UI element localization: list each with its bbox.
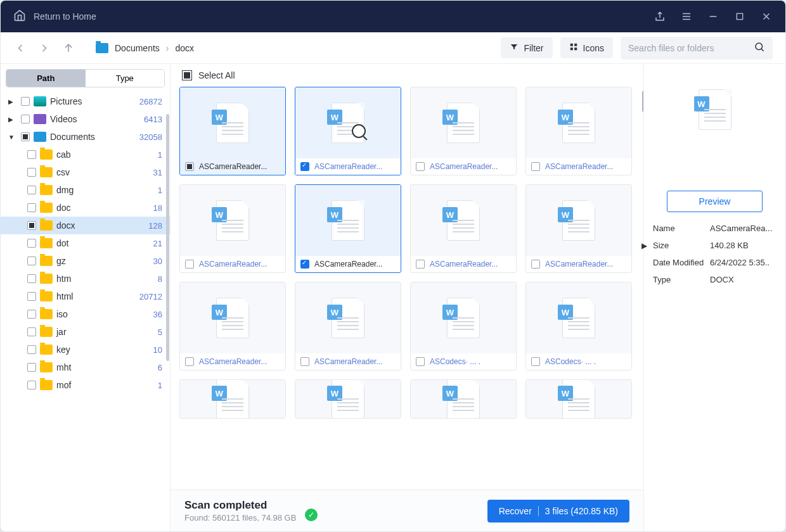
- file-card[interactable]: WASCameraReader...: [410, 184, 517, 273]
- tree-folder-cab[interactable]: cab1: [1, 146, 170, 163]
- folder-icon: [40, 362, 53, 372]
- tree-category-documents[interactable]: ▼ Documents 32058: [1, 128, 170, 146]
- tree-folder-csv[interactable]: csv31: [1, 163, 170, 181]
- file-card[interactable]: WASCameraReader...: [295, 282, 401, 370]
- file-name: ASCameraReader...: [430, 162, 511, 171]
- file-card-footer: ASCameraReader...: [295, 256, 401, 272]
- return-home[interactable]: Return to Home: [13, 9, 96, 24]
- checkbox-mixed[interactable]: [21, 132, 30, 141]
- folder-icon: [96, 43, 108, 53]
- file-thumbnail: W: [180, 87, 285, 158]
- breadcrumb-root[interactable]: Documents: [115, 43, 160, 53]
- tree-category-pictures[interactable]: ▶ Pictures 26872: [1, 92, 170, 110]
- file-checkbox[interactable]: [300, 162, 309, 171]
- back-button[interactable]: [13, 41, 27, 55]
- checkbox[interactable]: [21, 97, 30, 106]
- tree-folder-htm[interactable]: htm8: [1, 270, 170, 288]
- tree-folder-docx[interactable]: docx128: [1, 217, 170, 234]
- file-card[interactable]: WASCameraReader...: [410, 87, 517, 175]
- checkbox[interactable]: [27, 274, 36, 283]
- file-checkbox[interactable]: [531, 162, 540, 171]
- file-checkbox[interactable]: [416, 260, 425, 269]
- file-card[interactable]: WASCameraReader...: [295, 184, 401, 273]
- file-card[interactable]: WASCameraReader...: [525, 184, 632, 273]
- file-checkbox[interactable]: [185, 357, 194, 366]
- tree-folder-gz[interactable]: gz30: [1, 252, 170, 270]
- file-name: ASCodecs· ... .: [545, 357, 626, 366]
- folder-icon: [40, 274, 53, 284]
- checkbox[interactable]: [27, 256, 36, 265]
- file-checkbox[interactable]: [300, 260, 309, 269]
- checkbox[interactable]: [27, 292, 36, 301]
- tree-folder-dot[interactable]: dot21: [1, 234, 170, 252]
- filter-button[interactable]: Filter: [501, 37, 552, 58]
- file-card[interactable]: WASCodecs· ... .: [410, 282, 517, 370]
- tree-category-videos[interactable]: ▶ Videos 6413: [1, 110, 170, 128]
- checkbox[interactable]: [27, 345, 36, 354]
- checkbox[interactable]: [27, 221, 36, 230]
- tree-folder-mht[interactable]: mht6: [1, 358, 170, 376]
- file-checkbox[interactable]: [416, 162, 425, 171]
- checkbox[interactable]: [27, 327, 36, 336]
- collapse-icon[interactable]: ▶: [641, 241, 647, 250]
- preview-button[interactable]: Preview: [667, 191, 763, 212]
- minimize-icon[interactable]: [707, 11, 719, 22]
- pictures-icon: [34, 96, 46, 106]
- checkbox[interactable]: [27, 381, 36, 390]
- tree-folder-dmg[interactable]: dmg1: [1, 181, 170, 199]
- file-checkbox[interactable]: [531, 260, 540, 269]
- checkbox[interactable]: [21, 115, 30, 124]
- search-input[interactable]: [628, 43, 754, 53]
- file-card[interactable]: WASCameraReader...: [179, 184, 286, 273]
- file-card[interactable]: W: [179, 379, 286, 419]
- search-icon[interactable]: [754, 41, 765, 55]
- file-checkbox[interactable]: [185, 260, 194, 269]
- checkbox[interactable]: [27, 310, 36, 319]
- recover-button[interactable]: Recover 3 files (420.85 KB): [487, 500, 629, 522]
- file-card[interactable]: WASCodecs· ... .: [525, 282, 632, 370]
- up-button[interactable]: [61, 41, 75, 55]
- file-card[interactable]: W: [525, 379, 632, 419]
- file-card[interactable]: WASCameraReader...: [525, 87, 632, 175]
- close-icon[interactable]: [760, 11, 773, 22]
- file-checkbox[interactable]: [300, 357, 309, 366]
- checkbox[interactable]: [27, 239, 36, 248]
- toolbar: Documents › docx Filter Icons: [1, 32, 785, 64]
- checkbox[interactable]: [27, 363, 36, 372]
- file-checkbox[interactable]: [416, 357, 425, 366]
- tree-folder-key[interactable]: key10: [1, 341, 170, 358]
- checkbox[interactable]: [27, 203, 36, 212]
- magnify-icon[interactable]: [352, 124, 366, 138]
- file-card[interactable]: WASCameraReader...: [295, 87, 401, 175]
- checkbox[interactable]: [27, 186, 36, 194]
- file-card[interactable]: WASCameraReader...: [179, 87, 286, 175]
- tab-type[interactable]: Type: [86, 70, 165, 87]
- file-card[interactable]: W: [295, 379, 401, 419]
- tab-path[interactable]: Path: [6, 70, 86, 87]
- tree-folder-mof[interactable]: mof1: [1, 376, 170, 394]
- svg-point-11: [756, 43, 763, 50]
- tree-folder-jar[interactable]: jar5: [1, 323, 170, 341]
- file-thumbnail: W: [180, 380, 285, 418]
- file-name: ASCameraReader...: [199, 357, 280, 366]
- share-icon[interactable]: [654, 11, 666, 22]
- select-all-checkbox[interactable]: [182, 70, 192, 80]
- file-card[interactable]: WASCameraReader...: [179, 282, 286, 370]
- file-card-footer: ASCameraReader...: [411, 158, 516, 175]
- checkbox[interactable]: [27, 150, 36, 159]
- checkbox[interactable]: [27, 168, 36, 177]
- tree-folder-iso[interactable]: iso36: [1, 305, 170, 323]
- file-card[interactable]: W: [410, 379, 517, 419]
- view-mode-button[interactable]: Icons: [560, 37, 613, 58]
- menu-icon[interactable]: [680, 11, 693, 22]
- scrollbar-thumb[interactable]: [166, 114, 169, 361]
- svg-rect-8: [574, 44, 577, 46]
- grid-scroll-area[interactable]: WASCameraReader...WASCameraReader...WASC…: [171, 87, 643, 490]
- maximize-icon[interactable]: [733, 11, 746, 22]
- tree-folder-html[interactable]: html20712: [1, 288, 170, 305]
- scrollbar-thumb[interactable]: [642, 91, 643, 112]
- file-checkbox[interactable]: [185, 162, 194, 171]
- tree-folder-doc[interactable]: doc18: [1, 199, 170, 217]
- forward-button[interactable]: [37, 41, 51, 55]
- file-checkbox[interactable]: [531, 357, 540, 366]
